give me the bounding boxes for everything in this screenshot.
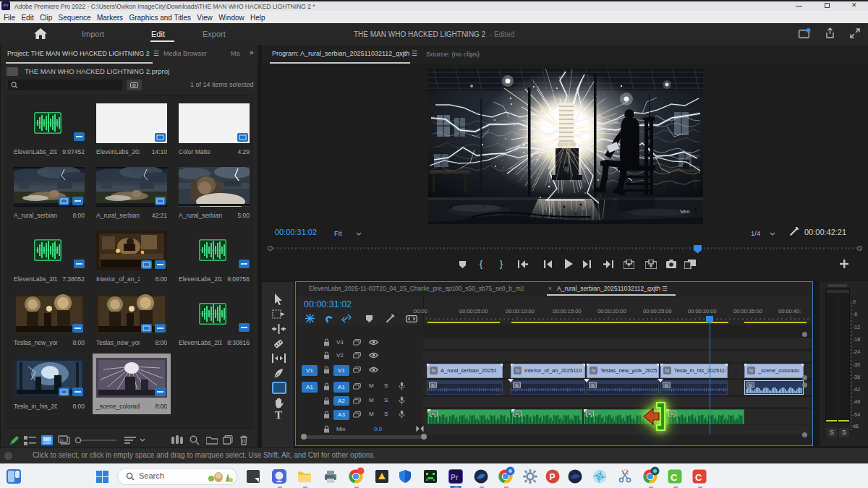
svg-text:Pr: Pr <box>451 474 459 481</box>
svg-text:fx: fx <box>60 438 64 442</box>
svg-text:Veo: Veo <box>680 208 690 215</box>
svg-text:C: C <box>671 472 678 483</box>
svg-text:P: P <box>550 472 556 482</box>
svg-text:C: C <box>695 472 702 483</box>
